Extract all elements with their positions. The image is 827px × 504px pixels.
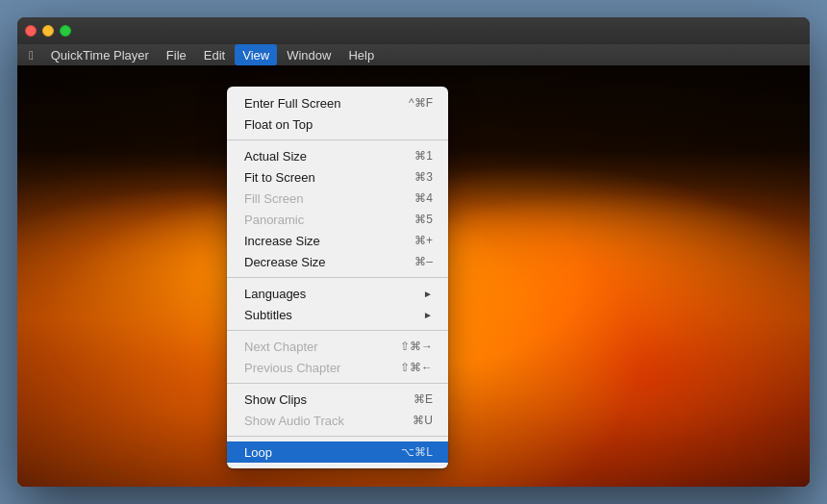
menu-subtitles[interactable]: Subtitles ►: [227, 304, 448, 325]
divider-2: [227, 277, 448, 278]
menu-file[interactable]: File: [159, 44, 194, 65]
menubar:  QuickTime Player File Edit View Window…: [17, 44, 810, 65]
divider-4: [227, 383, 448, 384]
menu-fit-to-screen[interactable]: Fit to Screen ⌘3: [227, 166, 448, 188]
menu-show-audio-track: Show Audio Track ⌘U: [227, 410, 448, 431]
apple-menu[interactable]: : [21, 44, 41, 65]
menu-actual-size[interactable]: Actual Size ⌘1: [227, 145, 448, 166]
menu-section-languages: Languages ► Subtitles ►: [227, 281, 448, 327]
minimize-button[interactable]: [42, 25, 54, 37]
menu-section-size: Actual Size ⌘1 Fit to Screen ⌘3 Fill Scr…: [227, 143, 448, 274]
menu-previous-chapter: Previous Chapter ⇧⌘←: [227, 357, 448, 378]
menu-section-loop: Loop ⌥⌘L: [227, 440, 448, 465]
menu-decrease-size[interactable]: Decrease Size ⌘–: [227, 251, 448, 272]
video-area: Enter Full Screen ^⌘F Float on Top Actua…: [17, 65, 810, 487]
menu-edit[interactable]: Edit: [196, 44, 233, 65]
menu-increase-size[interactable]: Increase Size ⌘+: [227, 230, 448, 251]
divider-3: [227, 330, 448, 331]
menu-enter-full-screen[interactable]: Enter Full Screen ^⌘F: [227, 92, 448, 113]
view-dropdown-menu: Enter Full Screen ^⌘F Float on Top Actua…: [227, 87, 448, 468]
menu-languages[interactable]: Languages ►: [227, 283, 448, 304]
menu-view[interactable]: View: [235, 44, 277, 65]
menu-section-chapters: Next Chapter ⇧⌘→ Previous Chapter ⇧⌘←: [227, 334, 448, 380]
subtitles-submenu-arrow: ►: [423, 310, 433, 320]
close-button[interactable]: [25, 25, 37, 37]
titlebar: [17, 17, 810, 44]
menu-fill-screen: Fill Screen ⌘4: [227, 188, 448, 209]
divider-1: [227, 139, 448, 140]
menu-panoramic: Panoramic ⌘5: [227, 209, 448, 230]
menu-section-clips: Show Clips ⌘E Show Audio Track ⌘U: [227, 387, 448, 433]
menu-show-clips[interactable]: Show Clips ⌘E: [227, 389, 448, 410]
maximize-button[interactable]: [60, 25, 71, 37]
languages-submenu-arrow: ►: [423, 289, 433, 299]
app-window:  QuickTime Player File Edit View Window…: [17, 17, 810, 487]
menu-float-on-top[interactable]: Float on Top: [227, 113, 448, 135]
menu-next-chapter: Next Chapter ⇧⌘→: [227, 336, 448, 357]
menu-help[interactable]: Help: [340, 44, 382, 65]
divider-5: [227, 436, 448, 437]
menu-window[interactable]: Window: [279, 44, 338, 65]
traffic-lights: [25, 25, 71, 37]
menu-quicktime[interactable]: QuickTime Player: [43, 44, 157, 65]
menu-loop[interactable]: Loop ⌥⌘L: [227, 441, 448, 463]
menu-section-fullscreen: Enter Full Screen ^⌘F Float on Top: [227, 90, 448, 137]
